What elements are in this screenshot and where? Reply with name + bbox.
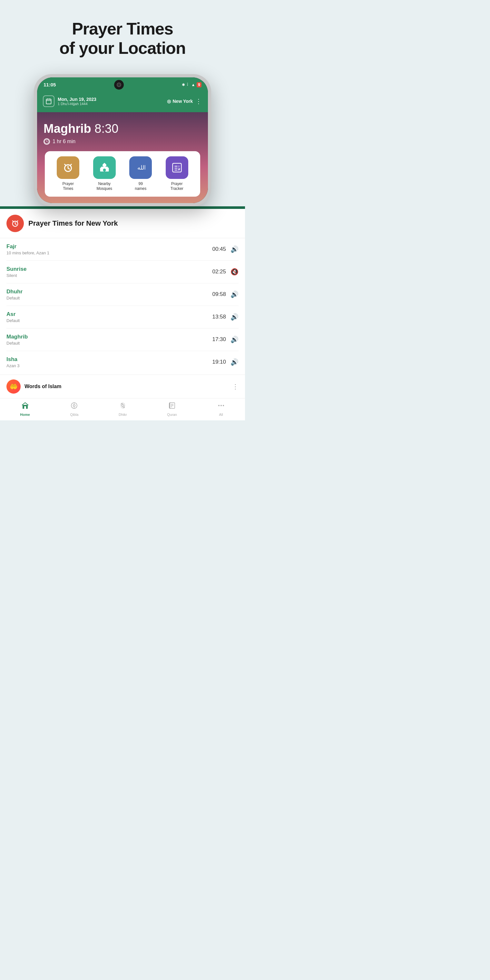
prayer-list: Fajr 10 mins before, Azan 1 00:45 🔊 Sunr…: [6, 238, 239, 373]
prayer-row-fajr[interactable]: Fajr 10 mins before, Azan 1 00:45 🔊: [6, 238, 239, 261]
dhikr-label: Dhikr: [119, 413, 127, 417]
location-badge[interactable]: ◎ New York: [167, 99, 193, 104]
prayer-info-fajr: Fajr 10 mins before, Azan 1: [6, 243, 49, 255]
sound-on-icon-maghrib[interactable]: 🔊: [231, 336, 239, 343]
calendar-icon: [45, 98, 52, 105]
sound-on-icon-fajr[interactable]: 🔊: [231, 245, 239, 253]
prayer-time-isha: 19:10: [212, 359, 226, 365]
words-more-button[interactable]: ⋮: [232, 383, 239, 390]
nav-item-home[interactable]: Home: [20, 402, 30, 417]
prayer-sub-maghrib: Default: [6, 341, 28, 345]
wifi-icon: ▲: [191, 83, 195, 87]
prayer-name-fajr: Fajr: [6, 243, 49, 250]
sound-on-icon-asr[interactable]: 🔊: [231, 313, 239, 321]
sound-off-icon-sunrise[interactable]: 🔇: [231, 268, 239, 275]
prayer-name-sunrise: Sunrise: [6, 266, 26, 272]
prayer-row-dhuhr[interactable]: Dhuhr Default 09:58 🔊: [6, 283, 239, 306]
section-divider: [0, 206, 245, 209]
prayer-row-maghrib[interactable]: Maghrib Default 17:30 🔊: [6, 328, 239, 351]
prayer-time-dhuhr: 09:58: [212, 291, 226, 298]
prayer-info-dhuhr: Dhuhr Default: [6, 288, 22, 301]
alarm-clock-icon: [62, 162, 74, 173]
date-text: Mon, Jun 19, 2023 1 Dhu'l-Hijjah 1444: [58, 97, 96, 106]
location-pin-icon: ◎: [167, 99, 171, 104]
prayer-name-asr: Asr: [6, 311, 20, 318]
section-icon-circle: [6, 215, 24, 232]
svg-point-24: [122, 404, 124, 407]
vibrate-icon: ⠇: [187, 83, 189, 87]
prayer-right-maghrib: 17:30 🔊: [212, 336, 239, 343]
calendar-icon-box: [43, 95, 54, 107]
header-left: Mon, Jun 19, 2023 1 Dhu'l-Hijjah 1444: [43, 95, 96, 107]
date-sub: 1 Dhu'l-Hijjah 1444: [58, 102, 96, 106]
prayer-right-sunrise: 02:25 🔇: [212, 268, 239, 275]
prayer-right-asr: 13:58 🔊: [212, 313, 239, 321]
status-icons: ✱ ⠇ ▲ 9: [182, 82, 202, 88]
svg-text:الله: الله: [137, 164, 146, 171]
header-right: ◎ New York ⋮: [167, 97, 202, 105]
bottom-nav: Home Qibla Dhikr: [0, 398, 245, 420]
prayer-info-isha: Isha Azan 3: [6, 356, 19, 368]
phone-inner: 11:05 ✱ ⠇ ▲ 9: [37, 77, 208, 203]
status-bar: 11:05 ✱ ⠇ ▲ 9: [37, 77, 208, 92]
prayer-right-isha: 19:10 🔊: [212, 358, 239, 366]
prayer-name-isha: Isha: [6, 356, 19, 363]
prayer-sub-dhuhr: Default: [6, 296, 22, 301]
action-prayer-tracker[interactable]: PrayerTracker: [166, 156, 188, 191]
section-header-bar: Prayer Times for New York: [0, 209, 245, 238]
all-icon: [217, 402, 225, 411]
svg-rect-9: [107, 168, 109, 172]
section-title: Prayer Times for New York: [29, 219, 118, 228]
words-of-islam-bar[interactable]: 🤲 Words of Islam ⋮: [0, 375, 245, 398]
prayer-sub-fajr: 10 mins before, Azan 1: [6, 250, 49, 255]
prayer-display: Maghrib 8:30 1 hr 6 min: [37, 112, 208, 203]
prayer-time-asr: 13:58: [212, 313, 226, 320]
prayer-row-sunrise[interactable]: Sunrise Silent 02:25 🔇: [6, 261, 239, 283]
nav-item-all[interactable]: All: [217, 402, 225, 417]
location-name: New York: [172, 99, 193, 104]
svg-point-32: [223, 405, 224, 406]
quran-icon: [168, 402, 176, 411]
prayer-right-dhuhr: 09:58 🔊: [212, 290, 239, 298]
prayer-info-sunrise: Sunrise Silent: [6, 266, 26, 278]
99-names-icon-box: الله: [129, 156, 152, 179]
more-options-button[interactable]: ⋮: [196, 97, 202, 105]
prayer-sub-sunrise: Silent: [6, 273, 26, 278]
prayer-name-time: Maghrib 8:30: [43, 122, 202, 136]
prayer-row-isha[interactable]: Isha Azan 3 19:10 🔊: [6, 351, 239, 373]
clock-icon: [43, 138, 50, 145]
phone-outer: 11:05 ✱ ⠇ ▲ 9: [34, 74, 211, 206]
sound-on-icon-isha[interactable]: 🔊: [231, 358, 239, 366]
home-label: Home: [20, 413, 30, 417]
prayer-name: Maghrib: [43, 122, 91, 135]
prayer-time-sunrise: 02:25: [212, 269, 226, 275]
sound-on-icon-dhuhr[interactable]: 🔊: [231, 290, 239, 298]
nav-item-quran[interactable]: Quran: [167, 402, 177, 417]
action-prayer-times[interactable]: PrayerTimes: [57, 156, 79, 191]
bottom-strip: [0, 420, 245, 433]
words-icon-circle: 🤲: [6, 379, 21, 394]
phone-mockup-wrapper: 11:05 ✱ ⠇ ▲ 9: [0, 68, 245, 206]
action-99-names[interactable]: الله 99names: [129, 156, 152, 191]
prayer-time-maghrib: 17:30: [212, 336, 226, 343]
camera-notch: [114, 80, 124, 90]
status-time: 11:05: [43, 82, 56, 88]
nav-item-qibla[interactable]: Qibla: [70, 402, 79, 417]
prayer-time-fajr: 00:45: [212, 246, 226, 252]
svg-rect-7: [103, 169, 106, 172]
home-icon: [21, 402, 29, 411]
svg-rect-11: [172, 163, 181, 172]
countdown-text: 1 hr 6 min: [52, 138, 75, 145]
prayer-info-maghrib: Maghrib Default: [6, 334, 28, 345]
words-title: Words of Islam: [24, 383, 61, 390]
action-nearby-mosques[interactable]: NearbyMosques: [93, 156, 116, 191]
tracker-icon: [171, 162, 183, 173]
nav-item-dhikr[interactable]: Dhikr: [119, 402, 127, 417]
hero-title: Prayer Times of your Location: [13, 19, 232, 58]
prayer-times-label: PrayerTimes: [62, 181, 74, 191]
quick-actions: PrayerTimes Ne: [45, 151, 200, 197]
prayer-sub-isha: Azan 3: [6, 363, 19, 368]
battery-icon: 9: [197, 82, 202, 88]
prayer-row-asr[interactable]: Asr Default 13:58 🔊: [6, 306, 239, 328]
bluetooth-icon: ✱: [182, 83, 185, 87]
